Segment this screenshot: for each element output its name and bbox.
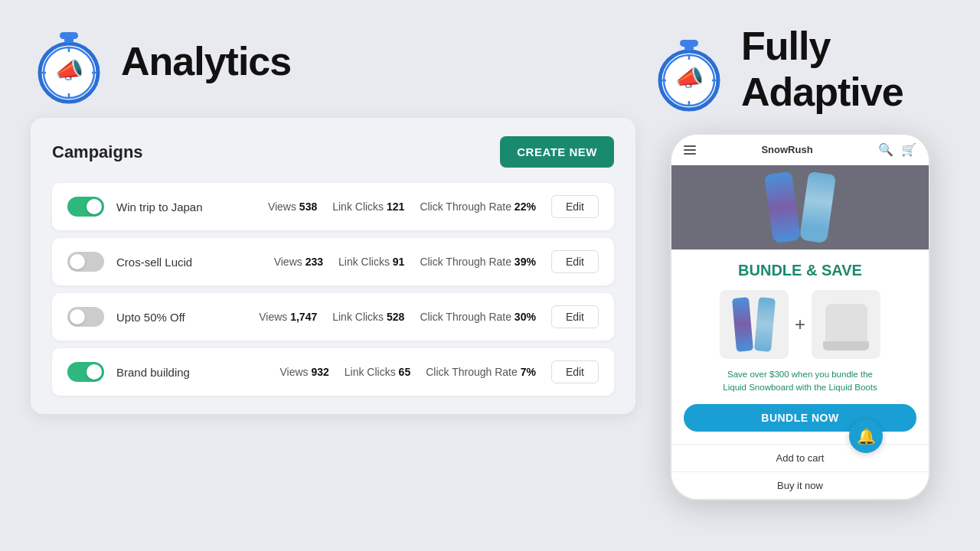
bell-icon: 🔔 [857,427,876,445]
campaign-stats-2: Views 1,747Link Clicks 528Click Through … [236,305,599,328]
boot-sole [823,341,869,350]
views-stat-1: Views 233 [274,256,323,268]
campaign-row: Win trip to JapanViews 538Link Clicks 12… [52,183,614,230]
notification-bell[interactable]: 🔔 [849,419,883,453]
link-clicks-stat-2: Link Clicks 528 [332,311,404,323]
bundle-description: Save over $300 when you bundle the Liqui… [684,368,916,395]
mini-snowboard-right [754,297,776,352]
bundle-title: BUNDLE & SAVE [684,262,916,279]
campaigns-panel: Campaigns CREATE NEW Win trip to JapanVi… [31,118,635,414]
bundle-title-part2: SAVE [822,262,862,279]
phone-header: SnowRush 🔍 🛒 [671,135,929,165]
analytics-header: 📣 Analytics [31,23,635,99]
analytics-title: Analytics [121,38,291,84]
bundle-products: + [684,290,916,359]
bundle-now-button[interactable]: BUNDLE NOW [684,404,916,432]
mini-snowboard-left [732,297,753,352]
campaign-row: Upto 50% OffViews 1,747Link Clicks 528Cl… [52,293,614,341]
phone-mockup: SnowRush 🔍 🛒 BUNDLE & SAVE [670,133,930,500]
views-stat-0: Views 538 [268,201,317,213]
bundle-card: BUNDLE & SAVE + [671,249,929,444]
link-clicks-stat-1: Link Clicks 91 [338,256,404,268]
buy-it-now[interactable]: Buy it now [671,472,929,499]
product-hero [671,165,929,249]
plus-icon: + [795,314,805,335]
snowboard-hero-image [769,173,831,242]
views-stat-3: Views 932 [279,366,328,378]
snowboard-product-box [720,290,789,359]
edit-button-3[interactable]: Edit [551,360,599,383]
campaign-toggle-3[interactable] [67,362,104,382]
hamburger-icon [684,145,696,155]
store-name: SnowRush [761,144,812,155]
fully-adaptive-section: 📣 Fully Adaptive SnowRush 🔍 🛒 [651,23,949,500]
link-clicks-stat-3: Link Clicks 65 [345,366,410,378]
campaign-stats-1: Views 233Link Clicks 91Click Through Rat… [236,250,599,273]
create-new-button[interactable]: CREATE NEW [500,136,614,168]
campaigns-title: Campaigns [52,142,143,162]
campaign-name-2: Upto 50% Off [116,311,224,324]
campaign-stats-3: Views 932Link Clicks 65Click Through Rat… [236,360,599,383]
phone-header-icons: 🔍 🛒 [878,142,916,157]
fully-adaptive-header: 📣 Fully Adaptive [651,23,949,115]
svg-text:📣: 📣 [675,64,704,92]
link-clicks-stat-0: Link Clicks 121 [332,201,404,213]
campaign-stats-0: Views 538Link Clicks 121Click Through Ra… [236,195,599,218]
adaptive-stopwatch-icon: 📣 [651,31,727,107]
campaign-row: Cros-sell LucidViews 233Link Clicks 91Cl… [52,238,614,285]
add-to-cart[interactable]: Add to cart [671,445,929,472]
cart-icon: 🛒 [901,142,916,157]
edit-button-2[interactable]: Edit [551,305,599,328]
fully-adaptive-title: Fully Adaptive [741,23,949,115]
ctr-stat-3: Click Through Rate 7% [426,366,536,378]
ctr-stat-2: Click Through Rate 30% [420,311,536,323]
campaign-toggle-1[interactable] [67,252,104,272]
edit-button-1[interactable]: Edit [551,250,599,273]
edit-button-0[interactable]: Edit [551,195,599,218]
campaign-row: Brand buildingViews 932Link Clicks 65Cli… [52,348,614,396]
svg-rect-12 [680,40,698,47]
phone-footer: Add to cart Buy it now [671,444,929,499]
ctr-stat-0: Click Through Rate 22% [420,201,536,213]
analytics-stopwatch-icon: 📣 [31,23,107,99]
svg-rect-3 [60,32,78,39]
campaign-toggle-2[interactable] [67,307,104,327]
boot-shape [825,304,867,346]
campaigns-list: Win trip to JapanViews 538Link Clicks 12… [52,183,614,396]
boots-product-box [812,290,880,359]
campaigns-header: Campaigns CREATE NEW [52,136,614,168]
snowboard-left [764,171,801,243]
svg-text:📣: 📣 [55,57,84,84]
analytics-section: 📣 Analytics Campaigns CREATE NEW Win tri… [31,23,635,414]
campaign-name-0: Win trip to Japan [116,201,224,214]
campaign-name-3: Brand building [116,366,224,379]
snowboard-right [799,171,836,243]
views-stat-2: Views 1,747 [259,311,317,323]
ctr-stat-1: Click Through Rate 39% [420,256,536,268]
campaign-toggle-0[interactable] [67,197,104,217]
bundle-title-part1: BUNDLE & [738,262,822,279]
campaign-name-1: Cros-sell Lucid [116,256,224,269]
search-icon: 🔍 [878,142,893,157]
